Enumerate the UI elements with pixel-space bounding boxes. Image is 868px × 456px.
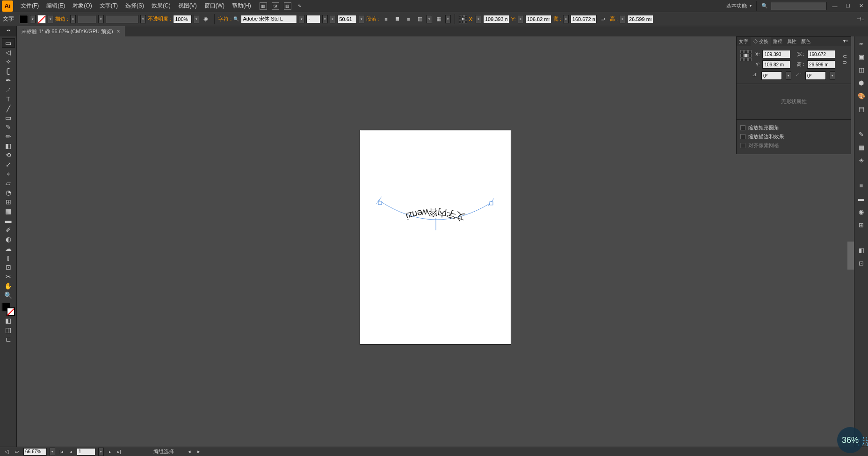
reference-point[interactable]	[459, 15, 467, 23]
y-input[interactable]	[525, 15, 551, 23]
rotate-tool[interactable]: ⟲	[2, 150, 15, 160]
gradient-tool[interactable]: ▬	[2, 216, 15, 225]
font-search-icon[interactable]: 🔍	[233, 16, 239, 21]
envelope-dd[interactable]: ▾	[427, 15, 432, 23]
font-style-input[interactable]	[306, 15, 320, 23]
pathfinder-panel-icon[interactable]: ◧	[856, 245, 867, 255]
stroke-stepper[interactable]: ⇕	[70, 15, 76, 23]
rect-tool[interactable]: ▭	[2, 113, 15, 122]
artboard-dd[interactable]: ▾	[98, 448, 104, 456]
color-mode-icon[interactable]: ◧	[2, 316, 15, 325]
menu-select[interactable]: 选择(S)	[122, 0, 148, 12]
h-stepper[interactable]: ⇕	[620, 15, 625, 23]
maximize-button[interactable]: ☐	[843, 2, 853, 10]
panel-w-input[interactable]	[807, 50, 835, 58]
panel-reference-point[interactable]	[740, 50, 752, 61]
direct-select-tool[interactable]: ◁	[2, 48, 15, 57]
align-panel-icon[interactable]: ⊞	[856, 220, 867, 230]
x-stepper[interactable]: ⇕	[476, 15, 481, 23]
snap-icon[interactable]: St	[272, 2, 279, 10]
eraser-tool[interactable]: ◧	[2, 141, 15, 150]
fill-stroke-control[interactable]	[2, 303, 15, 316]
panel-x-input[interactable]	[762, 50, 790, 58]
envelope-icon[interactable]: ▥	[415, 14, 425, 24]
curvature-tool[interactable]: ⟋	[2, 85, 15, 94]
align-left-icon[interactable]: ≡	[382, 14, 391, 24]
panel-tab-transform[interactable]: ◇ 变换	[751, 37, 771, 46]
selection-tool[interactable]: ▭	[2, 38, 15, 48]
line-tool[interactable]: ╱	[2, 104, 15, 113]
zoom-tool[interactable]: 🔍	[2, 291, 15, 300]
h-input[interactable]	[627, 15, 653, 23]
align-center-icon[interactable]: ≣	[393, 14, 402, 24]
scrollbar-v[interactable]	[847, 242, 854, 270]
angle-dd[interactable]: ▾	[786, 71, 791, 80]
toolbar-collapse-strip[interactable]: ◂◂	[0, 26, 17, 36]
graph-tool[interactable]: ⫿	[2, 253, 15, 263]
symbols-panel-icon[interactable]: ☀	[856, 155, 867, 165]
font-name-dd[interactable]: ▾	[299, 15, 304, 23]
wand-icon[interactable]: ✎	[296, 2, 304, 10]
menu-window[interactable]: 窗口(W)	[201, 0, 228, 12]
brush-input[interactable]	[106, 15, 138, 23]
symbol-tool[interactable]: ☁	[2, 244, 15, 253]
status-icon-1[interactable]: ◁	[3, 449, 10, 455]
last-artboard[interactable]: ▸|	[116, 449, 123, 454]
panel-tab-type[interactable]: 文字	[737, 37, 751, 46]
workspace-dropdown-icon[interactable]: ▾	[750, 4, 752, 8]
panel-tab-path[interactable]: 路径	[771, 37, 785, 46]
y-stepper[interactable]: ⇕	[518, 15, 523, 23]
perspective-tool[interactable]: ⊞	[2, 197, 15, 207]
fill-swatch[interactable]	[20, 15, 28, 23]
lasso-tool[interactable]: ʗ	[2, 66, 15, 76]
properties-panel-icon[interactable]: ▣	[856, 51, 867, 62]
doc-tab-close[interactable]: ×	[117, 28, 120, 35]
type-on-path[interactable]: 文字内容wenzi	[374, 196, 496, 233]
panel-menu-icon[interactable]: ▾≡	[841, 37, 851, 46]
align-right-icon[interactable]: ≡	[404, 14, 413, 24]
x-input[interactable]	[483, 15, 509, 23]
shear-input[interactable]	[805, 71, 826, 80]
fill-dd[interactable]: ▾	[30, 15, 36, 23]
menu-type[interactable]: 文字(T)	[96, 0, 122, 12]
status-icon-2[interactable]: ▱	[13, 449, 21, 455]
brushes-panel-icon[interactable]: ✎	[856, 129, 867, 139]
first-artboard[interactable]: |◂	[58, 449, 65, 454]
align-icon[interactable]: ▦	[434, 14, 443, 24]
workspace-switcher[interactable]: 基本功能	[726, 2, 747, 9]
close-button[interactable]: ✕	[856, 2, 866, 10]
w-stepper[interactable]: ⇕	[563, 15, 569, 23]
stroke-weight-input[interactable]	[78, 15, 96, 23]
chk-scale-strokes[interactable]	[740, 134, 745, 139]
font-size-dd[interactable]: ▾	[359, 15, 364, 23]
stroke-panel-icon[interactable]: ≡	[856, 180, 867, 191]
opacity-dd[interactable]: ▾	[194, 15, 199, 23]
pen-tool[interactable]: ✒	[2, 76, 15, 85]
font-style-dd[interactable]: ▾	[322, 15, 328, 23]
align-dd[interactable]: ▾	[445, 15, 451, 23]
transparency-panel-icon[interactable]: ◉	[856, 207, 867, 217]
menu-edit[interactable]: 编辑(E)	[43, 0, 69, 12]
mesh-tool[interactable]: ▦	[2, 207, 15, 216]
stroke-weight-dd[interactable]: ▾	[98, 15, 104, 23]
slice-tool[interactable]: ✂	[2, 272, 15, 281]
scroll-right[interactable]: ▸	[195, 449, 202, 455]
font-name-input[interactable]	[241, 15, 297, 23]
shear-dd[interactable]: ▾	[830, 71, 835, 80]
swatches-panel-icon[interactable]: ▦	[856, 142, 867, 152]
eyedropper-tool[interactable]: ✐	[2, 225, 15, 235]
link-wh-icon[interactable]: ⊃	[599, 14, 608, 24]
artboard-num-input[interactable]	[77, 448, 95, 456]
panel-tab-color[interactable]: 颜色	[799, 37, 813, 46]
brush-tool[interactable]: ✎	[2, 122, 15, 132]
type-tool[interactable]: T	[2, 94, 15, 104]
link-wh-panel-icon[interactable]: ⊂⊃	[843, 53, 847, 65]
shape-builder-tool[interactable]: ◔	[2, 188, 15, 197]
style-icon[interactable]: ◉	[201, 14, 210, 24]
canvas[interactable]: 文字内容wenzi	[17, 36, 854, 447]
gradient-panel-icon[interactable]: ▬	[856, 193, 867, 204]
menu-file[interactable]: 文件(F)	[17, 0, 43, 12]
minimize-button[interactable]: —	[830, 2, 840, 10]
controlbar-menu-icon[interactable]: ⊣≡	[856, 14, 865, 24]
scale-tool[interactable]: ⤢	[2, 160, 15, 169]
